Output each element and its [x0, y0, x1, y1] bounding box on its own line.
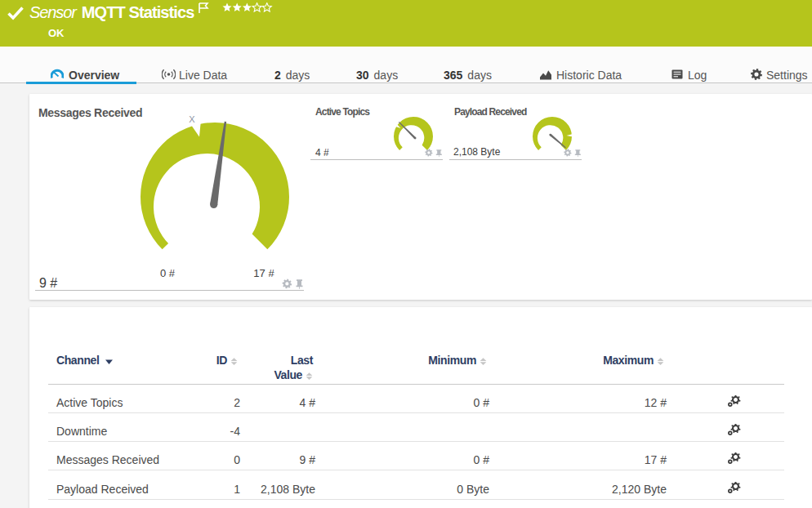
svg-text:0 #: 0 #: [160, 267, 176, 279]
svg-text:X: X: [189, 114, 195, 124]
svg-text:17 #: 17 #: [253, 267, 274, 279]
